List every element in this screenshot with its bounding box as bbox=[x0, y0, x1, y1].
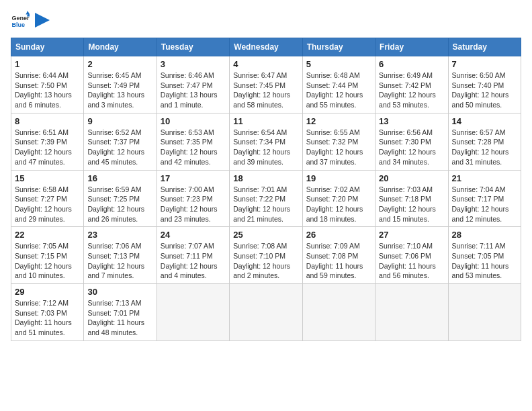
day-info: Sunrise: 6:52 AM Sunset: 7:37 PM Dayligh… bbox=[87, 128, 152, 167]
weekday-header-monday: Monday bbox=[84, 38, 157, 56]
day-info: Sunrise: 7:07 AM Sunset: 7:11 PM Dayligh… bbox=[161, 241, 226, 281]
calendar-cell: 8Sunrise: 6:51 AM Sunset: 7:39 PM Daylig… bbox=[11, 113, 84, 170]
day-info: Sunrise: 7:00 AM Sunset: 7:23 PM Dayligh… bbox=[161, 185, 226, 224]
day-info: Sunrise: 6:47 AM Sunset: 7:45 PM Dayligh… bbox=[233, 71, 298, 110]
calendar-cell bbox=[375, 284, 448, 341]
day-info: Sunrise: 7:06 AM Sunset: 7:13 PM Dayligh… bbox=[87, 241, 152, 281]
calendar-cell: 9Sunrise: 6:52 AM Sunset: 7:37 PM Daylig… bbox=[84, 113, 157, 170]
calendar-cell: 17Sunrise: 7:00 AM Sunset: 7:23 PM Dayli… bbox=[157, 170, 229, 227]
calendar-cell: 1Sunrise: 6:44 AM Sunset: 7:50 PM Daylig… bbox=[11, 56, 84, 113]
svg-marker-4 bbox=[35, 13, 50, 28]
day-number: 25 bbox=[233, 230, 298, 240]
weekday-header-saturday: Saturday bbox=[448, 38, 521, 56]
calendar-cell: 24Sunrise: 7:07 AM Sunset: 7:11 PM Dayli… bbox=[157, 227, 229, 284]
day-info: Sunrise: 7:04 AM Sunset: 7:17 PM Dayligh… bbox=[452, 185, 517, 224]
calendar-cell: 21Sunrise: 7:04 AM Sunset: 7:17 PM Dayli… bbox=[448, 170, 521, 227]
calendar-cell: 2Sunrise: 6:45 AM Sunset: 7:49 PM Daylig… bbox=[84, 56, 157, 113]
day-number: 19 bbox=[306, 173, 371, 183]
calendar-cell: 27Sunrise: 7:10 AM Sunset: 7:06 PM Dayli… bbox=[375, 227, 448, 284]
weekday-header-thursday: Thursday bbox=[302, 38, 375, 56]
day-number: 28 bbox=[452, 230, 517, 240]
calendar-cell: 18Sunrise: 7:01 AM Sunset: 7:22 PM Dayli… bbox=[230, 170, 302, 227]
calendar-cell bbox=[448, 284, 521, 341]
calendar-cell: 4Sunrise: 6:47 AM Sunset: 7:45 PM Daylig… bbox=[230, 56, 302, 113]
weekday-header-friday: Friday bbox=[375, 38, 448, 56]
day-number: 1 bbox=[15, 59, 80, 69]
day-info: Sunrise: 7:01 AM Sunset: 7:22 PM Dayligh… bbox=[233, 185, 298, 224]
day-number: 17 bbox=[161, 173, 226, 183]
svg-text:General: General bbox=[11, 15, 30, 21]
weekday-header-tuesday: Tuesday bbox=[157, 38, 229, 56]
day-number: 6 bbox=[379, 59, 444, 69]
day-number: 22 bbox=[15, 230, 80, 240]
day-info: Sunrise: 7:10 AM Sunset: 7:06 PM Dayligh… bbox=[379, 241, 444, 281]
calendar-cell: 22Sunrise: 7:05 AM Sunset: 7:15 PM Dayli… bbox=[11, 227, 84, 284]
calendar-cell: 13Sunrise: 6:56 AM Sunset: 7:30 PM Dayli… bbox=[375, 113, 448, 170]
calendar-cell: 25Sunrise: 7:08 AM Sunset: 7:10 PM Dayli… bbox=[230, 227, 302, 284]
day-number: 8 bbox=[15, 116, 80, 126]
day-info: Sunrise: 6:49 AM Sunset: 7:42 PM Dayligh… bbox=[379, 71, 444, 110]
logo-icon: General Blue bbox=[11, 11, 30, 30]
day-info: Sunrise: 6:56 AM Sunset: 7:30 PM Dayligh… bbox=[379, 128, 444, 167]
day-info: Sunrise: 7:12 AM Sunset: 7:03 PM Dayligh… bbox=[15, 298, 80, 338]
day-info: Sunrise: 6:51 AM Sunset: 7:39 PM Dayligh… bbox=[15, 128, 80, 167]
day-number: 16 bbox=[87, 173, 152, 183]
calendar-cell: 20Sunrise: 7:03 AM Sunset: 7:18 PM Dayli… bbox=[375, 170, 448, 227]
day-number: 26 bbox=[306, 230, 371, 240]
calendar-cell: 19Sunrise: 7:02 AM Sunset: 7:20 PM Dayli… bbox=[302, 170, 375, 227]
day-info: Sunrise: 7:09 AM Sunset: 7:08 PM Dayligh… bbox=[306, 241, 371, 281]
day-number: 27 bbox=[379, 230, 444, 240]
svg-text:Blue: Blue bbox=[11, 21, 25, 28]
day-number: 14 bbox=[452, 116, 517, 126]
day-info: Sunrise: 6:46 AM Sunset: 7:47 PM Dayligh… bbox=[161, 71, 226, 110]
day-info: Sunrise: 7:08 AM Sunset: 7:10 PM Dayligh… bbox=[233, 241, 298, 281]
calendar-cell: 12Sunrise: 6:55 AM Sunset: 7:32 PM Dayli… bbox=[302, 113, 375, 170]
calendar-cell bbox=[230, 284, 302, 341]
calendar-cell: 16Sunrise: 6:59 AM Sunset: 7:25 PM Dayli… bbox=[84, 170, 157, 227]
day-number: 5 bbox=[306, 59, 371, 69]
calendar-cell: 29Sunrise: 7:12 AM Sunset: 7:03 PM Dayli… bbox=[11, 284, 84, 341]
day-info: Sunrise: 6:57 AM Sunset: 7:28 PM Dayligh… bbox=[452, 128, 517, 167]
day-number: 30 bbox=[87, 287, 152, 297]
logo-arrow-icon bbox=[35, 13, 50, 28]
day-number: 2 bbox=[87, 59, 152, 69]
calendar-cell: 5Sunrise: 6:48 AM Sunset: 7:44 PM Daylig… bbox=[302, 56, 375, 113]
calendar-cell: 6Sunrise: 6:49 AM Sunset: 7:42 PM Daylig… bbox=[375, 56, 448, 113]
calendar-cell: 26Sunrise: 7:09 AM Sunset: 7:08 PM Dayli… bbox=[302, 227, 375, 284]
day-info: Sunrise: 6:53 AM Sunset: 7:35 PM Dayligh… bbox=[161, 128, 226, 167]
day-number: 20 bbox=[379, 173, 444, 183]
day-number: 7 bbox=[452, 59, 517, 69]
calendar-table: SundayMondayTuesdayWednesdayThursdayFrid… bbox=[11, 38, 521, 341]
day-info: Sunrise: 6:44 AM Sunset: 7:50 PM Dayligh… bbox=[15, 71, 80, 110]
day-number: 10 bbox=[161, 116, 226, 126]
calendar-cell bbox=[157, 284, 229, 341]
calendar-cell: 11Sunrise: 6:54 AM Sunset: 7:34 PM Dayli… bbox=[230, 113, 302, 170]
weekday-header-wednesday: Wednesday bbox=[230, 38, 302, 56]
day-number: 23 bbox=[87, 230, 152, 240]
calendar-cell: 28Sunrise: 7:11 AM Sunset: 7:05 PM Dayli… bbox=[448, 227, 521, 284]
day-number: 21 bbox=[452, 173, 517, 183]
calendar-cell: 7Sunrise: 6:50 AM Sunset: 7:40 PM Daylig… bbox=[448, 56, 521, 113]
day-info: Sunrise: 6:59 AM Sunset: 7:25 PM Dayligh… bbox=[87, 185, 152, 224]
day-info: Sunrise: 7:02 AM Sunset: 7:20 PM Dayligh… bbox=[306, 185, 371, 224]
day-number: 3 bbox=[161, 59, 226, 69]
calendar-cell: 3Sunrise: 6:46 AM Sunset: 7:47 PM Daylig… bbox=[157, 56, 229, 113]
day-number: 13 bbox=[379, 116, 444, 126]
day-info: Sunrise: 7:05 AM Sunset: 7:15 PM Dayligh… bbox=[15, 241, 80, 281]
calendar-cell: 30Sunrise: 7:13 AM Sunset: 7:01 PM Dayli… bbox=[84, 284, 157, 341]
day-info: Sunrise: 7:13 AM Sunset: 7:01 PM Dayligh… bbox=[87, 298, 152, 338]
calendar-cell: 14Sunrise: 6:57 AM Sunset: 7:28 PM Dayli… bbox=[448, 113, 521, 170]
day-number: 4 bbox=[233, 59, 298, 69]
day-number: 29 bbox=[15, 287, 80, 297]
day-info: Sunrise: 6:55 AM Sunset: 7:32 PM Dayligh… bbox=[306, 128, 371, 167]
day-info: Sunrise: 6:48 AM Sunset: 7:44 PM Dayligh… bbox=[306, 71, 371, 110]
weekday-header-sunday: Sunday bbox=[11, 38, 84, 56]
day-number: 18 bbox=[233, 173, 298, 183]
day-number: 15 bbox=[15, 173, 80, 183]
day-info: Sunrise: 6:58 AM Sunset: 7:27 PM Dayligh… bbox=[15, 185, 80, 224]
day-info: Sunrise: 7:11 AM Sunset: 7:05 PM Dayligh… bbox=[452, 241, 517, 281]
page-header: General Blue bbox=[11, 11, 521, 30]
day-info: Sunrise: 7:03 AM Sunset: 7:18 PM Dayligh… bbox=[379, 185, 444, 224]
day-info: Sunrise: 6:45 AM Sunset: 7:49 PM Dayligh… bbox=[87, 71, 152, 110]
day-number: 24 bbox=[161, 230, 226, 240]
